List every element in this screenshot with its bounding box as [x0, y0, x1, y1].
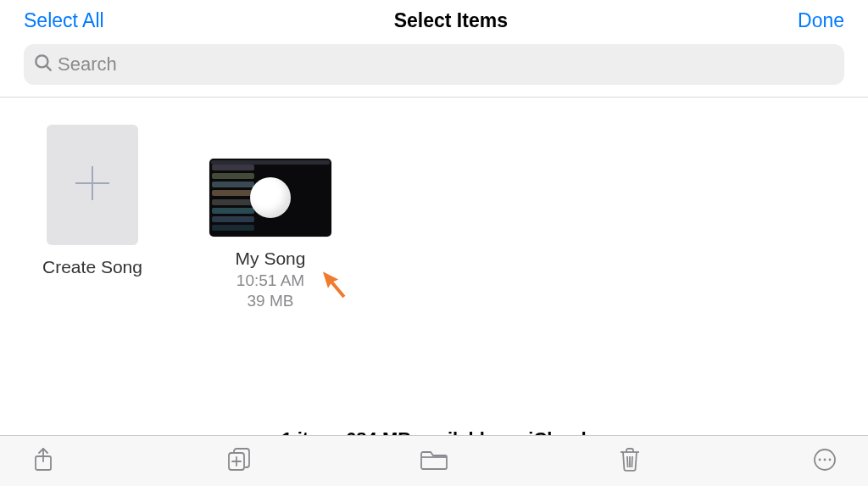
song-time: 10:51 AM	[236, 271, 304, 289]
share-icon	[31, 447, 55, 476]
folder-button[interactable]	[420, 447, 448, 476]
folder-icon	[420, 449, 448, 474]
more-button[interactable]	[810, 447, 839, 476]
song-size: 39 MB	[248, 292, 294, 310]
items-grid: Create Song My Song 10:51 AM 39 MB	[0, 98, 868, 338]
select-all-button[interactable]: Select All	[24, 9, 104, 32]
song-label: My Song	[236, 249, 306, 269]
song-thumbnail[interactable]	[209, 159, 331, 237]
svg-line-13	[632, 456, 632, 467]
more-icon	[812, 447, 837, 476]
done-button[interactable]: Done	[798, 9, 844, 32]
song-tile[interactable]: My Song 10:51 AM 39 MB	[207, 125, 334, 311]
trash-button[interactable]	[615, 447, 644, 476]
page-title: Select Items	[394, 9, 508, 32]
search-icon	[32, 52, 54, 77]
create-song-label: Create Song	[42, 257, 142, 277]
create-song-tile[interactable]: Create Song	[29, 125, 156, 277]
search-input[interactable]	[58, 53, 836, 75]
svg-line-11	[627, 456, 628, 467]
svg-line-1	[47, 66, 51, 70]
search-field[interactable]	[24, 44, 844, 85]
duplicate-icon	[226, 447, 252, 476]
create-song-box[interactable]	[47, 125, 138, 245]
svg-point-17	[829, 458, 832, 461]
svg-point-16	[824, 458, 826, 461]
trash-icon	[619, 447, 641, 476]
duplicate-button[interactable]	[225, 447, 253, 476]
bottom-toolbar	[0, 435, 868, 486]
plus-icon	[70, 161, 114, 209]
share-button[interactable]	[29, 447, 58, 476]
nav-bar: Select All Select Items Done	[0, 0, 868, 41]
svg-point-15	[819, 458, 821, 461]
song-meta: 10:51 AM 39 MB	[236, 271, 304, 311]
